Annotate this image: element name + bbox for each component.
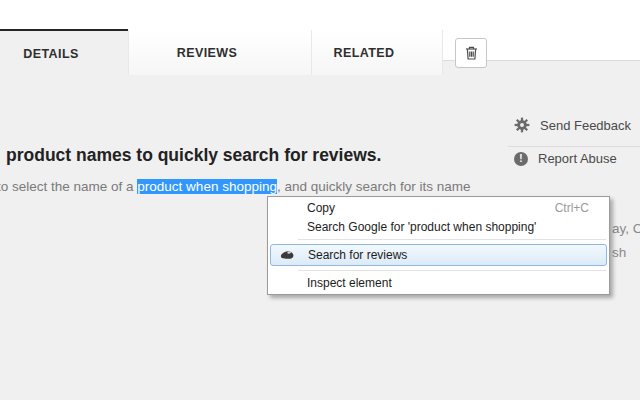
gear-icon — [514, 117, 530, 133]
selected-text-highlight: product when shopping — [137, 179, 277, 194]
menu-item-copy[interactable]: Copy Ctrl+C — [270, 199, 607, 217]
occluded-text-fragment: sh — [612, 245, 626, 260]
menu-item-search-for-reviews-label: Search for reviews — [308, 248, 407, 262]
paragraph-prefix: to select the name of a — [0, 179, 137, 194]
menu-item-search-google-label: Search Google for 'product when shopping… — [307, 220, 536, 234]
context-menu: Copy Ctrl+C Search Google for 'product w… — [267, 196, 610, 295]
trash-icon — [464, 45, 479, 61]
menu-item-search-google[interactable]: Search Google for 'product when shopping… — [270, 218, 607, 236]
tab-reviews[interactable]: REVIEWS — [128, 30, 311, 75]
tab-details-label: DETAILS — [23, 47, 78, 61]
report-abuse-label: Report Abuse — [538, 151, 617, 166]
tab-related-label: RELATED — [334, 46, 395, 60]
menu-item-copy-shortcut: Ctrl+C — [555, 199, 589, 217]
send-feedback-label: Send Feedback — [540, 118, 631, 133]
page-heading: product names to quickly search for revi… — [6, 146, 381, 165]
menu-separator — [298, 270, 606, 271]
occluded-text-fragment: ay, C — [612, 221, 640, 236]
tab-bar: DETAILS REVIEWS RELATED — [0, 15, 640, 61]
menu-item-inspect-element-label: Inspect element — [307, 276, 392, 290]
extension-icon — [280, 249, 295, 261]
report-abuse-link[interactable]: ! Report Abuse — [514, 151, 617, 166]
menu-separator — [298, 239, 606, 240]
tab-related[interactable]: RELATED — [311, 30, 443, 75]
menu-item-inspect-element[interactable]: Inspect element — [270, 274, 607, 292]
send-feedback-link[interactable]: Send Feedback — [514, 117, 631, 133]
exclamation-icon: ! — [514, 152, 528, 166]
delete-button[interactable] — [455, 38, 487, 68]
paragraph-suffix: , and quickly search for its name — [277, 179, 471, 194]
description-paragraph: to select the name of a product when sho… — [0, 177, 471, 197]
tab-details[interactable]: DETAILS — [0, 29, 128, 77]
side-panel-divider — [508, 146, 640, 147]
page: DETAILS REVIEWS RELATED — [0, 0, 640, 400]
tab-reviews-label: REVIEWS — [177, 46, 237, 60]
menu-item-copy-label: Copy — [307, 201, 335, 215]
menu-item-search-for-reviews[interactable]: Search for reviews — [270, 244, 607, 266]
